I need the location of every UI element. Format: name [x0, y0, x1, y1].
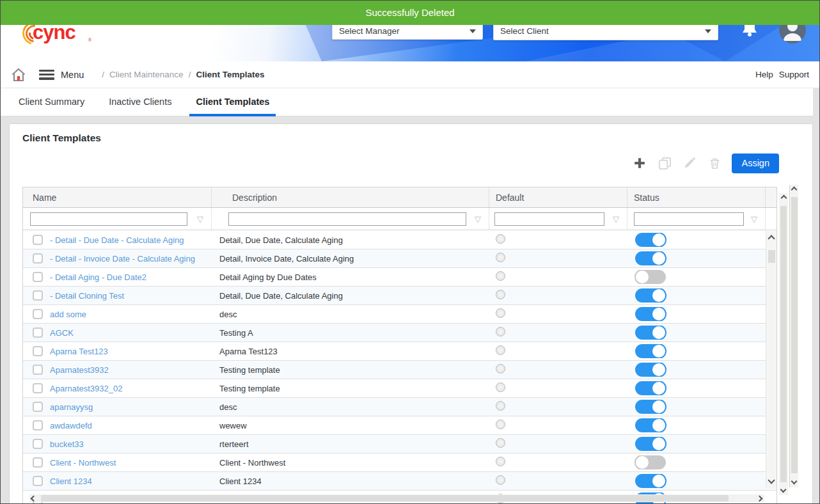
status-toggle[interactable]: [635, 418, 666, 432]
default-radio[interactable]: [496, 253, 505, 262]
template-name-link[interactable]: Aparna Test123: [50, 347, 108, 356]
default-radio[interactable]: [496, 364, 505, 374]
template-name-link[interactable]: Aparnatest3932: [50, 365, 109, 375]
default-radio[interactable]: [496, 290, 505, 299]
status-toggle[interactable]: [635, 455, 666, 469]
column-header-name[interactable]: Name: [23, 187, 212, 207]
filter-funnel-icon[interactable]: ▽: [197, 215, 203, 223]
default-filter-input[interactable]: [494, 212, 604, 226]
filter-funnel-icon[interactable]: ▽: [751, 215, 757, 223]
row-checkbox[interactable]: [33, 309, 43, 319]
breadcrumb-item-client-maintenance[interactable]: Client Maintenance: [109, 70, 184, 79]
row-checkbox[interactable]: [33, 290, 43, 301]
scroll-down-icon[interactable]: [780, 487, 787, 493]
status-filter-input[interactable]: [634, 212, 744, 226]
edit-pencil-icon[interactable]: [682, 155, 697, 171]
scroll-down-icon[interactable]: [768, 476, 775, 484]
default-radio[interactable]: [496, 382, 505, 392]
scrollbar-thumb[interactable]: [768, 250, 775, 263]
row-checkbox[interactable]: [33, 420, 43, 430]
status-toggle[interactable]: [635, 233, 666, 247]
description-filter-input[interactable]: [228, 212, 466, 226]
row-checkbox[interactable]: [33, 272, 43, 282]
row-checkbox[interactable]: [33, 365, 43, 375]
status-toggle[interactable]: [635, 363, 666, 377]
default-radio[interactable]: [496, 308, 505, 318]
row-checkbox[interactable]: [33, 327, 43, 338]
scroll-up-icon[interactable]: [768, 235, 775, 242]
default-radio[interactable]: [496, 345, 505, 355]
name-filter-input[interactable]: [30, 212, 187, 226]
grid-horizontal-scrollbar[interactable]: [29, 494, 764, 502]
row-checkbox[interactable]: [33, 235, 43, 245]
status-toggle[interactable]: [635, 474, 666, 488]
scroll-down-icon[interactable]: [791, 478, 798, 485]
default-radio[interactable]: [496, 271, 505, 281]
default-radio[interactable]: [496, 327, 505, 336]
tab-inactive-clients[interactable]: Inactive Clients: [109, 88, 171, 116]
column-header-status[interactable]: Status: [627, 187, 766, 207]
copy-icon[interactable]: [657, 155, 672, 171]
tab-client-summary[interactable]: Client Summary: [19, 88, 84, 116]
row-checkbox[interactable]: [33, 383, 43, 393]
template-name-link[interactable]: AGCK: [50, 328, 74, 338]
template-name-link[interactable]: Aparnatest3932_02: [50, 384, 122, 393]
filter-funnel-icon[interactable]: ▽: [613, 215, 619, 223]
default-radio[interactable]: [496, 475, 505, 485]
template-name-link[interactable]: - Detail - Due Date - Calculate Aging: [50, 235, 184, 245]
template-name-link[interactable]: - Detail - Invoice Date - Calculate Agin…: [50, 254, 195, 264]
template-description: Detail, Due Date, Calculate Aging: [212, 235, 489, 245]
default-radio[interactable]: [496, 234, 505, 244]
row-checkbox[interactable]: [33, 402, 43, 412]
row-checkbox[interactable]: [33, 476, 43, 486]
page-vertical-scrollbar[interactable]: [789, 185, 798, 487]
row-checkbox[interactable]: [33, 439, 43, 449]
row-checkbox[interactable]: [33, 253, 43, 264]
menu-hamburger-icon[interactable]: [39, 70, 54, 80]
scroll-right-icon[interactable]: [757, 495, 763, 501]
grid-vertical-scrollbar[interactable]: [766, 231, 777, 488]
column-header-default[interactable]: Default: [489, 187, 627, 207]
status-toggle[interactable]: [635, 326, 666, 340]
scroll-up-icon[interactable]: [780, 195, 787, 201]
assign-button[interactable]: Assign: [732, 154, 779, 173]
status-toggle[interactable]: [635, 307, 666, 321]
scroll-left-icon[interactable]: [31, 495, 37, 501]
template-name-link[interactable]: bucket33: [50, 439, 84, 449]
add-icon[interactable]: [632, 155, 647, 171]
scrollbar-thumb[interactable]: [41, 495, 729, 501]
template-name-link[interactable]: - Detail Aging - Due Date2: [50, 272, 146, 282]
panel-vertical-scrollbar[interactable]: [779, 193, 788, 495]
default-radio[interactable]: [496, 457, 505, 466]
manager-select[interactable]: Select Manager: [332, 22, 483, 40]
filter-funnel-icon[interactable]: ▽: [475, 215, 481, 223]
template-name-link[interactable]: Client - Northwest: [50, 458, 116, 468]
row-checkbox[interactable]: [33, 346, 43, 356]
status-toggle[interactable]: [635, 437, 666, 451]
default-radio[interactable]: [496, 420, 505, 429]
template-name-link[interactable]: - Detail Cloning Test: [50, 291, 124, 301]
scrollbar-thumb[interactable]: [780, 206, 787, 482]
status-toggle[interactable]: [635, 400, 666, 414]
default-radio[interactable]: [496, 401, 505, 411]
status-toggle[interactable]: [635, 288, 666, 303]
tab-client-templates[interactable]: Client Templates: [196, 88, 269, 116]
row-checkbox[interactable]: [33, 457, 43, 468]
column-header-description[interactable]: Description: [212, 187, 489, 207]
support-link[interactable]: Support: [779, 70, 809, 79]
template-name-link[interactable]: aparnayysg: [50, 402, 93, 412]
scrollbar-thumb[interactable]: [791, 197, 798, 473]
help-link[interactable]: Help: [755, 70, 773, 79]
template-name-link[interactable]: Client 1234: [50, 476, 92, 486]
default-radio[interactable]: [496, 438, 505, 448]
status-toggle[interactable]: [635, 251, 666, 265]
status-toggle[interactable]: [635, 344, 666, 358]
home-icon[interactable]: [11, 67, 26, 83]
menu-label[interactable]: Menu: [61, 70, 84, 80]
delete-trash-icon[interactable]: [707, 155, 722, 171]
status-toggle[interactable]: [635, 381, 666, 395]
template-name-link[interactable]: awdawdefd: [50, 421, 92, 430]
status-toggle[interactable]: [635, 270, 666, 284]
template-name-link[interactable]: add some: [50, 310, 86, 319]
scroll-up-icon[interactable]: [791, 187, 798, 193]
